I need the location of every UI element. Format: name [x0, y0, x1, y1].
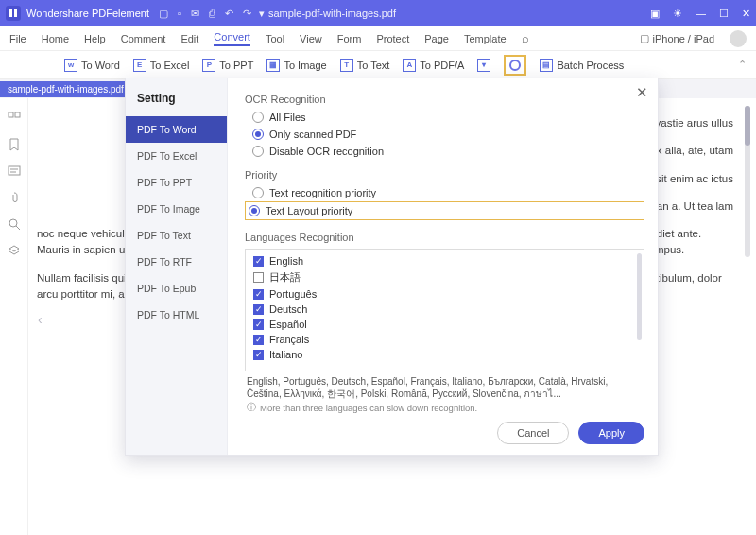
prev-page-arrow[interactable]: ‹ [38, 312, 43, 327]
lang-deutsch[interactable]: ✓Deutsch [253, 302, 640, 317]
close-window-icon[interactable]: ✕ [742, 8, 750, 20]
menu-page[interactable]: Page [424, 33, 449, 44]
lang-portugues[interactable]: ✓Português [253, 286, 640, 302]
radio-disable-ocr[interactable]: Disable OCR recognition [245, 143, 644, 160]
undo-icon[interactable]: ↶ [225, 8, 233, 20]
menu-file[interactable]: File [9, 33, 26, 44]
lang-italiano[interactable]: ✓Italiano [253, 347, 640, 362]
radio-text-layout-priority[interactable]: Text Layout priority [247, 203, 354, 218]
languages-listbox[interactable]: ✓English 日本語 ✓Português ✓Deutsch ✓Españo… [245, 249, 644, 371]
lang-francais[interactable]: ✓Français [253, 332, 640, 347]
menu-convert[interactable]: Convert [214, 31, 250, 46]
languages-section-title: Languages Recognition [245, 232, 644, 243]
apply-button[interactable]: Apply [578, 422, 644, 444]
cancel-button[interactable]: Cancel [497, 422, 569, 444]
file-chip-label: sample-pdf-with-images.pdf [268, 8, 396, 19]
radio-all-files[interactable]: All Files [245, 109, 644, 126]
sidebar-item-pdf-to-text[interactable]: PDF To Text [126, 222, 227, 249]
layers-icon[interactable] [8, 244, 21, 257]
lang-espanol[interactable]: ✓Español [253, 317, 640, 332]
radio-icon [252, 187, 264, 198]
ribbon-to-word[interactable]: wTo Word [64, 59, 120, 72]
ribbon-to-text[interactable]: TTo Text [340, 59, 390, 72]
menu-template[interactable]: Template [464, 33, 507, 44]
ribbon-batch[interactable]: ▤Batch Process [540, 59, 624, 72]
menu-protect[interactable]: Protect [376, 33, 409, 44]
radio-only-scanned[interactable]: Only scanned PDF [245, 126, 644, 143]
menu-tool[interactable]: Tool [266, 33, 284, 44]
thumbnails-icon[interactable] [8, 112, 21, 125]
ribbon-to-excel[interactable]: ETo Excel [133, 59, 190, 72]
window-controls: ▣ ☀ — ☐ ✕ [650, 8, 750, 20]
text-icon: T [340, 59, 353, 72]
ribbon-to-ppt[interactable]: PTo PPT [202, 59, 253, 72]
app-title: Wondershare PDFelement [26, 8, 149, 19]
print-icon[interactable]: ⎙ [209, 8, 215, 19]
document-tab[interactable]: sample-pdf-with-images.pdf [0, 81, 131, 97]
device-toggle[interactable]: ▢ iPhone / iPad [640, 32, 714, 44]
sidebar-item-pdf-to-word[interactable]: PDF To Word [126, 116, 227, 143]
dialog-close-icon[interactable]: ✕ [636, 84, 648, 101]
pin-icon[interactable]: ▣ [650, 8, 660, 20]
sidebar-item-pdf-to-excel[interactable]: PDF To Excel [126, 143, 227, 169]
scrollbar-thumb[interactable] [745, 106, 750, 146]
sidebar-item-pdf-to-image[interactable]: PDF To Image [126, 196, 227, 222]
folder-icon[interactable]: ▢ [159, 8, 168, 20]
sidebar-item-pdf-to-rtf[interactable]: PDF To RTF [126, 249, 227, 275]
checkbox-icon [253, 272, 264, 283]
redo-icon[interactable]: ↷ [243, 8, 251, 20]
convert-settings-dialog: Setting PDF To Word PDF To Excel PDF To … [125, 78, 659, 456]
convert-ribbon: wTo Word ETo Excel PTo PPT ▦To Image TTo… [0, 51, 756, 79]
search-icon[interactable]: ⌕ [522, 31, 529, 45]
radio-text-recognition-priority[interactable]: Text recognition priority [245, 184, 644, 201]
lang-japanese[interactable]: 日本語 [253, 268, 640, 286]
ribbon-to-image[interactable]: ▦To Image [266, 59, 326, 72]
checkbox-icon: ✓ [253, 319, 264, 330]
collapse-ribbon-icon[interactable]: ⌃ [738, 59, 747, 71]
quick-toolbar: ▢ ▫ ✉ ⎙ ↶ ↷ [159, 8, 251, 20]
more-icon: ▾ [477, 59, 490, 72]
languages-hint: ⓘMore than three languages can slow down… [245, 402, 644, 414]
bookmark-icon[interactable] [8, 138, 21, 151]
menu-edit[interactable]: Edit [180, 33, 198, 44]
ocr-section-title: OCR Recognition [245, 94, 644, 105]
ribbon-to-pdfa[interactable]: ATo PDF/A [403, 59, 464, 72]
image-icon: ▦ [266, 59, 280, 72]
sidebar-item-pdf-to-html[interactable]: PDF To HTML [126, 302, 227, 328]
find-icon[interactable] [8, 217, 21, 231]
file-chip[interactable]: ▾ sample-pdf-with-images.pdf [259, 8, 396, 20]
languages-scrollbar[interactable] [637, 253, 642, 340]
user-avatar[interactable] [730, 30, 747, 47]
mail-icon[interactable]: ✉ [191, 8, 199, 20]
word-icon: w [64, 59, 77, 72]
priority-section-title: Priority [245, 169, 644, 181]
file-dropdown-icon: ▾ [259, 8, 265, 20]
minimize-icon[interactable]: — [696, 8, 706, 19]
theme-icon[interactable]: ☀ [673, 8, 682, 20]
checkbox-icon: ✓ [253, 256, 264, 267]
excel-icon: E [133, 59, 146, 72]
menu-view[interactable]: View [300, 33, 322, 44]
sidebar-item-pdf-to-ppt[interactable]: PDF To PPT [126, 169, 227, 196]
radio-icon [249, 205, 260, 216]
svg-rect-2 [9, 166, 20, 175]
sidebar-item-pdf-to-epub[interactable]: PDF To Epub [126, 275, 227, 302]
svg-point-5 [9, 219, 17, 227]
dialog-sidebar: Setting PDF To Word PDF To Excel PDF To … [126, 78, 228, 455]
attachment-icon[interactable] [8, 191, 21, 204]
menu-help[interactable]: Help [84, 33, 106, 44]
menu-form[interactable]: Form [337, 33, 362, 44]
convert-settings-highlighted[interactable] [504, 55, 526, 76]
ribbon-more[interactable]: ▾ [477, 59, 490, 72]
menu-home[interactable]: Home [42, 33, 69, 44]
vertical-scrollbar[interactable] [745, 106, 750, 257]
comment-panel-icon[interactable] [8, 164, 21, 178]
save-icon[interactable]: ▫ [178, 8, 181, 19]
pdfa-icon: A [403, 59, 416, 72]
maximize-icon[interactable]: ☐ [719, 8, 729, 20]
title-bar: Wondershare PDFelement ▢ ▫ ✉ ⎙ ↶ ↷ ▾ sam… [0, 0, 756, 26]
menu-comment[interactable]: Comment [121, 33, 166, 44]
lang-english[interactable]: ✓English [253, 253, 640, 268]
languages-summary: English, Português, Deutsch, Español, Fr… [245, 371, 644, 402]
checkbox-icon: ✓ [253, 304, 264, 315]
